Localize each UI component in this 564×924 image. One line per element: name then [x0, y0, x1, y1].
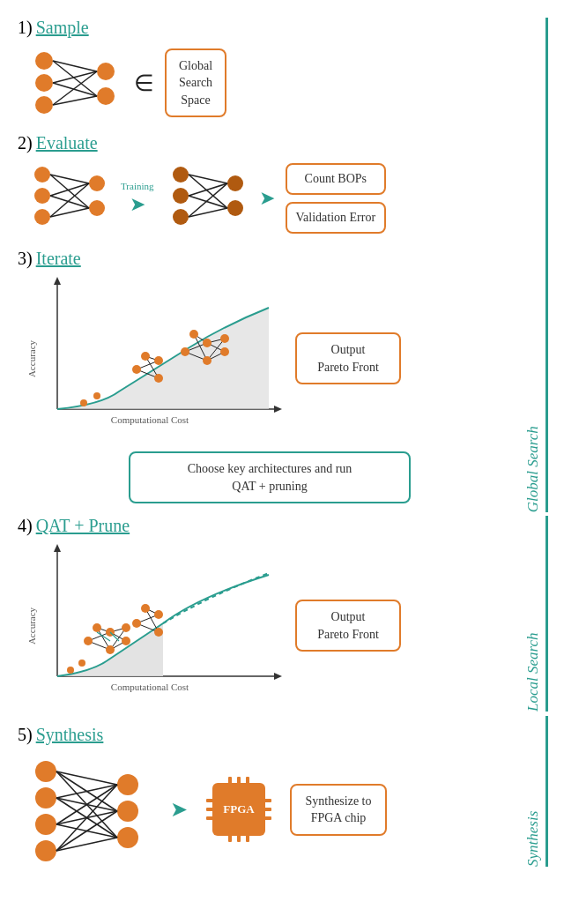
svg-line-18 — [50, 183, 89, 196]
transition-box: Choose key architectures and run QAT + p… — [129, 451, 411, 503]
svg-point-44 — [154, 374, 163, 383]
svg-marker-64 — [274, 673, 282, 680]
cost-label-1: Computational Cost — [111, 414, 189, 425]
eval-arrow: ➤ — [259, 187, 275, 210]
section-evaluate: 2) Evaluate — [18, 133, 522, 238]
synthesis-network — [26, 752, 154, 867]
svg-point-87 — [154, 610, 163, 619]
svg-point-22 — [173, 167, 189, 183]
svg-point-73 — [84, 637, 93, 645]
element-of-symbol: ∈ — [134, 70, 154, 97]
step2-num: 2) — [18, 133, 33, 153]
svg-point-77 — [122, 623, 130, 632]
svg-point-97 — [117, 827, 138, 848]
synthesize-box: Synthesize to FPGA chip — [290, 784, 387, 836]
svg-point-59 — [80, 399, 87, 406]
svg-point-4 — [97, 87, 115, 105]
cost-label-2: Computational Cost — [111, 682, 189, 692]
svg-point-60 — [93, 392, 100, 399]
svg-point-91 — [35, 761, 56, 782]
svg-point-88 — [154, 628, 163, 637]
synthesis-label: Synthesis — [524, 716, 542, 867]
svg-point-58 — [220, 347, 229, 356]
choose-key-text: Choose key architectures and run QAT + p… — [188, 462, 352, 493]
svg-marker-63 — [54, 544, 61, 552]
svg-point-24 — [173, 209, 189, 225]
output-pareto-front-2: Output Pareto Front — [295, 600, 401, 652]
svg-point-13 — [34, 209, 50, 225]
svg-point-55 — [203, 339, 212, 347]
svg-point-11 — [34, 167, 50, 183]
svg-point-86 — [141, 604, 150, 613]
svg-point-57 — [220, 334, 229, 343]
svg-line-30 — [189, 196, 227, 208]
step5-label: Synthesis — [36, 725, 104, 744]
svg-point-25 — [227, 175, 243, 191]
section-qat-prune: 4) QAT + Prune Accuracy — [18, 516, 522, 712]
svg-point-96 — [117, 801, 138, 822]
count-bops-text: Count BOPs — [305, 172, 367, 185]
svg-point-56 — [203, 356, 212, 365]
iterate-chart: Accuracy — [18, 272, 282, 444]
svg-point-14 — [89, 175, 105, 191]
count-bops-box: Count BOPs — [286, 163, 387, 195]
step5-num: 5) — [18, 725, 33, 744]
validation-error-box: Validation Error — [286, 202, 387, 234]
step4-label: QAT + Prune — [36, 516, 130, 535]
eval-network-right — [165, 159, 249, 238]
section-synthesis: 5) Synthesis — [18, 725, 522, 867]
svg-point-85 — [132, 619, 141, 628]
global-search-sidebar: Global Search — [522, 18, 546, 512]
fpga-label: FPGA — [212, 783, 265, 836]
section-iterate: 3) Iterate Accuracy — [18, 249, 522, 444]
main-container: 1) Sample — [9, 0, 555, 884]
svg-point-93 — [35, 814, 56, 835]
svg-point-90 — [78, 659, 85, 667]
step1-label: Sample — [36, 18, 89, 37]
eval-network-left — [26, 159, 110, 238]
local-search-label: Local Search — [524, 516, 542, 712]
training-arrow: ➤ — [130, 193, 145, 216]
step1-num: 1) — [18, 18, 33, 37]
svg-marker-36 — [274, 406, 282, 413]
svg-point-54 — [189, 330, 198, 339]
global-search-label: Global Search — [524, 18, 542, 512]
svg-point-1 — [35, 74, 53, 92]
svg-point-3 — [97, 63, 115, 80]
step2-label: Evaluate — [36, 133, 98, 153]
validation-error-text: Validation Error — [296, 211, 376, 224]
local-search-sidebar: Local Search — [522, 516, 546, 712]
svg-point-95 — [117, 774, 138, 795]
eval-metrics: Count BOPs Validation Error — [286, 163, 387, 233]
svg-point-92 — [35, 787, 56, 808]
svg-point-74 — [93, 623, 101, 632]
step4-num: 4) — [18, 516, 33, 535]
step3-label: Iterate — [36, 249, 81, 268]
svg-line-29 — [189, 183, 227, 196]
svg-point-12 — [34, 188, 50, 204]
svg-point-26 — [227, 200, 243, 216]
step3-num: 3) — [18, 249, 33, 268]
training-label: Training — [121, 181, 154, 191]
sample-network-left — [26, 43, 123, 123]
svg-point-15 — [89, 200, 105, 216]
global-search-space-box: Global Search Space — [165, 48, 226, 118]
fpga-chip: FPGA — [204, 774, 274, 845]
svg-point-89 — [67, 667, 74, 674]
output-pareto-front-1: Output Pareto Front — [295, 332, 401, 384]
svg-point-2 — [35, 96, 53, 114]
svg-marker-35 — [54, 277, 61, 285]
svg-point-76 — [106, 645, 115, 654]
svg-line-8 — [53, 83, 97, 96]
svg-line-19 — [50, 196, 89, 208]
svg-point-42 — [141, 352, 150, 361]
svg-point-43 — [154, 356, 163, 365]
svg-point-94 — [35, 840, 56, 861]
synthesis-sidebar: Synthesis — [522, 716, 546, 867]
svg-point-23 — [173, 188, 189, 204]
section-sample: 1) Sample — [18, 18, 522, 123]
qat-chart: Accuracy — [18, 540, 282, 712]
svg-point-41 — [132, 365, 141, 374]
synthesis-arrow: ➤ — [170, 797, 188, 822]
svg-point-0 — [35, 52, 53, 70]
